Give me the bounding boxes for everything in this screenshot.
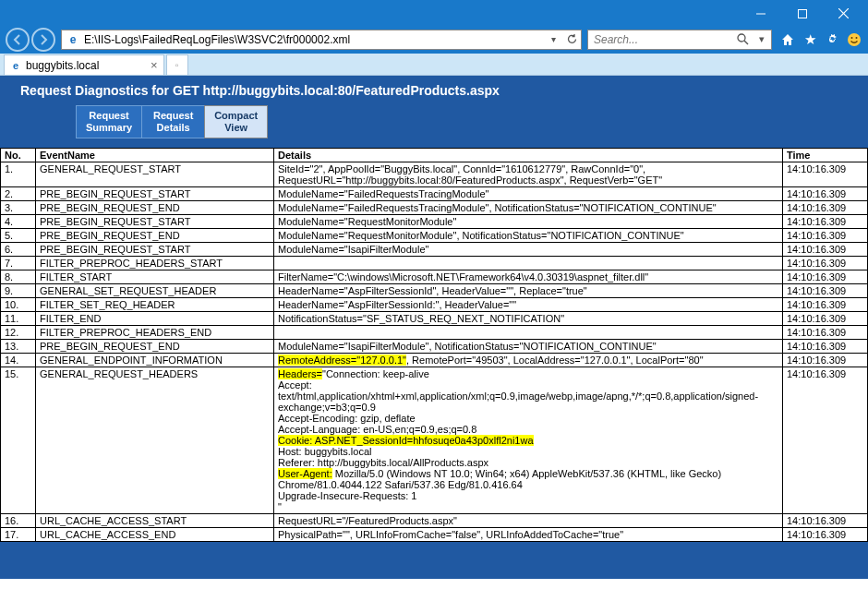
smiley-icon[interactable] (846, 31, 862, 48)
page-content-scroll[interactable]: Request Diagnostics for GET http://buggy… (0, 76, 868, 613)
cell-details: ModuleName="RequestMonitorModule" (274, 215, 783, 229)
favorites-icon[interactable]: ★ (802, 31, 818, 48)
search-dropdown-button[interactable]: ▾ (753, 33, 772, 45)
cell-event: GENERAL_ENDPOINT_INFORMATION (36, 354, 274, 367)
cell-no: 10. (1, 298, 36, 312)
cell-time: 14:10:16.309 (783, 257, 868, 270)
cell-event: FILTER_START (36, 270, 274, 284)
search-button[interactable] (733, 33, 753, 45)
cell-time: 14:10:16.309 (783, 243, 868, 257)
events-table: No. EventName Details Time 1.GENERAL_REQ… (0, 148, 868, 542)
search-box[interactable]: ▾ (587, 30, 772, 50)
cell-event: FILTER_PREPROC_HEADERS_START (36, 257, 274, 270)
table-row: 9.GENERAL_SET_REQUEST_HEADERHeaderName="… (1, 284, 868, 298)
page-icon: e (65, 31, 81, 48)
cell-no: 17. (1, 528, 36, 542)
url-dropdown-button[interactable]: ▾ (544, 30, 562, 49)
table-row: 5.PRE_BEGIN_REQUEST_ENDModuleName="Reque… (1, 229, 868, 243)
cell-event: PRE_BEGIN_REQUEST_END (36, 340, 274, 354)
cell-details: FilterName="C:\windows\Microsoft.NET\Fra… (274, 270, 783, 284)
svg-point-4 (738, 34, 745, 42)
table-row: 8.FILTER_STARTFilterName="C:\windows\Mic… (1, 270, 868, 284)
cell-time: 14:10:16.309 (783, 514, 868, 528)
window-titlebar (0, 0, 868, 27)
table-row: 11.FILTER_ENDNotificationStatus="SF_STAT… (1, 312, 868, 326)
table-row: 12.FILTER_PREPROC_HEADERS_END14:10:16.30… (1, 326, 868, 340)
cell-time: 14:10:16.309 (783, 284, 868, 298)
url-input[interactable] (84, 31, 544, 48)
cell-event: FILTER_END (36, 312, 274, 326)
tab-request-details[interactable]: Request Details (141, 105, 204, 138)
new-tab-icon: ▫ (175, 60, 179, 70)
cell-event: FILTER_PREPROC_HEADERS_END (36, 326, 274, 340)
tab-request-summary[interactable]: Request Summary (76, 105, 141, 138)
cell-event: URL_CACHE_ACCESS_START (36, 514, 274, 528)
maximize-button[interactable] (781, 0, 823, 27)
cell-details: RemoteAddress="127.0.0.1", RemotePort="4… (274, 354, 783, 367)
cell-time: 14:10:16.309 (783, 340, 868, 354)
cell-no: 8. (1, 270, 36, 284)
table-row: 7.FILTER_PREPROC_HEADERS_START14:10:16.3… (1, 257, 868, 270)
tab-title: buggybits.local (26, 59, 146, 72)
address-bar[interactable]: e ▾ (61, 30, 582, 50)
cell-details: ModuleName="IsapiFilterModule" (274, 243, 783, 257)
browser-tabstrip: e buggybits.local × ▫ (0, 54, 868, 76)
search-input[interactable] (588, 31, 733, 48)
col-time: Time (783, 149, 868, 162)
table-row: 16.URL_CACHE_ACCESS_STARTRequestURL="/Fe… (1, 514, 868, 528)
table-row: 6.PRE_BEGIN_REQUEST_STARTModuleName="Isa… (1, 243, 868, 257)
cell-no: 15. (1, 367, 36, 514)
cell-event: GENERAL_SET_REQUEST_HEADER (36, 284, 274, 298)
cell-no: 3. (1, 201, 36, 215)
cell-details: ModuleName="IsapiFilterModule", Notifica… (274, 340, 783, 354)
cell-time: 14:10:16.309 (783, 162, 868, 187)
table-row: 15.GENERAL_REQUEST_HEADERSHeaders="Conne… (1, 367, 868, 514)
home-icon[interactable] (779, 31, 796, 48)
cell-time: 14:10:16.309 (783, 528, 868, 542)
cell-time: 14:10:16.309 (783, 298, 868, 312)
back-button[interactable] (6, 28, 30, 52)
cell-no: 12. (1, 326, 36, 340)
svg-point-6 (848, 33, 861, 46)
table-row: 10.FILTER_SET_REQ_HEADERHeaderName="AspF… (1, 298, 868, 312)
col-no: No. (1, 149, 36, 162)
cell-event: PRE_BEGIN_REQUEST_START (36, 215, 274, 229)
forward-button[interactable] (31, 28, 55, 52)
svg-line-5 (744, 41, 748, 44)
cell-time: 14:10:16.309 (783, 215, 868, 229)
cell-details: RequestURL="/FeaturedProducts.aspx" (274, 514, 783, 528)
cell-no: 9. (1, 284, 36, 298)
cell-time: 14:10:16.309 (783, 201, 868, 215)
cell-details: ModuleName="RequestMonitorModule", Notif… (274, 229, 783, 243)
cell-time: 14:10:16.309 (783, 312, 868, 326)
table-row: 13.PRE_BEGIN_REQUEST_ENDModuleName="Isap… (1, 340, 868, 354)
refresh-button[interactable] (562, 30, 581, 49)
tab-compact-view[interactable]: Compact View (204, 105, 268, 138)
table-row: 3.PRE_BEGIN_REQUEST_ENDModuleName="Faile… (1, 201, 868, 215)
cell-details: HeaderName="AspFilterSessionId:", Header… (274, 298, 783, 312)
cell-event: PRE_BEGIN_REQUEST_START (36, 243, 274, 257)
tools-icon[interactable] (824, 31, 840, 48)
col-details: Details (274, 149, 783, 162)
new-tab-button[interactable]: ▫ (166, 54, 188, 75)
cell-time: 14:10:16.309 (783, 229, 868, 243)
toolbar-right-icons: ★ (779, 31, 862, 48)
cell-no: 14. (1, 354, 36, 367)
browser-tab[interactable]: e buggybits.local × (4, 54, 164, 75)
cell-event: URL_CACHE_ACCESS_END (36, 528, 274, 542)
page-title: Request Diagnostics for GET http://buggy… (0, 76, 868, 103)
minimize-button[interactable] (740, 0, 781, 27)
cell-no: 1. (1, 162, 36, 187)
cell-no: 13. (1, 340, 36, 354)
cell-event: PRE_BEGIN_REQUEST_START (36, 187, 274, 201)
cell-event: GENERAL_REQUEST_HEADERS (36, 367, 274, 514)
tab-close-icon[interactable]: × (150, 58, 159, 72)
table-row: 17.URL_CACHE_ACCESS_ENDPhysicalPath="", … (1, 528, 868, 542)
cell-details: PhysicalPath="", URLInfoFromCache="false… (274, 528, 783, 542)
cell-details: ModuleName="FailedRequestsTracingModule" (274, 187, 783, 201)
table-row: 14.GENERAL_ENDPOINT_INFORMATIONRemoteAdd… (1, 354, 868, 367)
cell-no: 5. (1, 229, 36, 243)
cell-time: 14:10:16.309 (783, 367, 868, 514)
close-button[interactable] (823, 0, 864, 27)
ie-favicon-icon: e (9, 59, 22, 72)
